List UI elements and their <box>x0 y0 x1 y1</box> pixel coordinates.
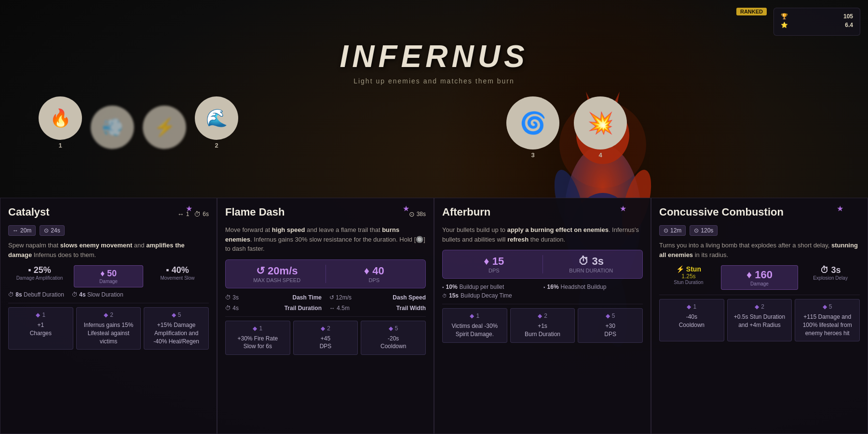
concussive-damage: ♦ 160 Damage <box>721 265 798 290</box>
flame-dash-speed: ↺ 20m/s Max Dash Speed <box>232 265 322 283</box>
ability-3-wrap: ⚡ <box>143 106 186 149</box>
afterburn-duration: ⏱ 3s Burn Duration <box>547 255 636 273</box>
flame-dash-upgrade-2[interactable]: ◆ 2 +45DPS <box>293 321 358 355</box>
concussive-main-stats: ⚡ Stun 1.25s Stun Duration ♦ 160 Damage … <box>659 265 860 290</box>
ability-5-wrap: 🌀 3 <box>506 96 559 159</box>
top-right-panel: 🏆 105 ⭐ 6.4 <box>773 8 860 36</box>
afterburn-upgrade-1[interactable]: ◆ 1 Victims deal -30% Spirit Damage. <box>442 308 507 343</box>
catalyst-upgrade-1[interactable]: ◆ 1 +1Charges <box>8 307 73 350</box>
flame-dash-upgrade-5[interactable]: ◆ 5 -20sCooldown <box>361 321 426 355</box>
afterburn-headshot: ▪ 16% Headshot Buildup <box>543 284 643 290</box>
flame-dash-title: Flame Dash <box>225 206 285 218</box>
concussive-upgrade-2-text: +0.5s Stun Duration and +4m Radius <box>732 313 788 329</box>
concussive-upgrade-1-text: -40sCooldown <box>664 313 720 329</box>
ability-6-circle[interactable]: 💥 <box>574 96 627 149</box>
concussive-star: ★ <box>837 204 843 213</box>
ability-4-num: 2 <box>215 142 218 149</box>
afterburn-header: Afterburn <box>442 206 643 222</box>
flame-dash-badge: ⊙ 38s <box>409 210 426 218</box>
ability-5-num: 3 <box>531 151 534 159</box>
flame-trail-width: ↔ 4.5m Trail Width <box>329 304 426 312</box>
catalyst-upgrade-2-text: Infernus gains 15% Lifesteal against vic… <box>81 321 137 345</box>
flame-dash-upgrade-1[interactable]: ◆ 1 +30% Fire RateSlow for 6s <box>225 321 290 355</box>
flame-dash-upgrades-row: ◆ 1 +30% Fire RateSlow for 6s ◆ 2 +45DPS… <box>225 321 426 355</box>
flame-dash-header: Flame Dash ⊙ 38s <box>225 206 426 222</box>
card-afterburn: Afterburn Your bullets build up to apply… <box>434 198 651 434</box>
catalyst-upgrades: ◆ 1 +1Charges ◆ 2 Infernus gains 15% Lif… <box>8 303 209 350</box>
catalyst-upgrades-row: ◆ 1 +1Charges ◆ 2 Infernus gains 15% Lif… <box>8 307 209 350</box>
ability-3-circle[interactable]: ⚡ <box>143 106 186 149</box>
afterburn-dps: ♦ 15 DPS <box>449 255 539 273</box>
ability-1-circle[interactable]: 🔥 <box>39 96 82 140</box>
afterburn-upgrade-5[interactable]: ◆ 5 +30DPS <box>578 308 643 343</box>
catalyst-cooldown: ⊙ 24s <box>40 225 64 236</box>
flame-dash-upgrade-1-text: +30% Fire RateSlow for 6s <box>230 335 286 351</box>
concussive-upgrade-2[interactable]: ◆ 2 +0.5s Stun Duration and +4m Radius <box>727 299 792 341</box>
flame-trail-duration: ⏱ 4s Trail Duration <box>225 304 322 312</box>
catalyst-range: ↔ 20m <box>8 225 36 236</box>
ability-4-wrap: 🌊 2 <box>195 96 238 149</box>
catalyst-stats-row: ↔ 20m ⊙ 24s <box>8 225 209 236</box>
flame-dash-star: ★ <box>403 204 409 213</box>
ability-5-circle[interactable]: 🌀 <box>506 96 559 149</box>
afterburn-upgrade-2[interactable]: ◆ 2 +1sBurn Duration <box>510 308 575 343</box>
top-right-row-1: 🏆 105 <box>781 13 853 20</box>
ability-6-num: 4 <box>598 151 602 159</box>
flame-dash-upgrade-2-text: +45DPS <box>298 335 354 351</box>
catalyst-stat-moveslow: ▪ 40% Movement Slow <box>146 265 209 287</box>
hero-name: INFERNUS <box>313 39 555 74</box>
card-flame-dash: Flame Dash ⊙ 38s Move forward at high sp… <box>217 198 434 434</box>
flame-dash-upgrade-5-text: -20sCooldown <box>365 335 421 351</box>
catalyst-upgrade-5[interactable]: ◆ 5 +15% Damage Amplification and -40% H… <box>144 307 209 350</box>
catalyst-badge-2: ⏱ 6s <box>194 210 209 218</box>
concussive-delay: ⏱ 3s Explosion Delay <box>801 265 860 290</box>
catalyst-desc: Spew napalm that slows enemy movement an… <box>8 241 209 259</box>
afterburn-title: Afterburn <box>442 206 490 218</box>
afterburn-mini-stats: ▪ 10% Buildup per bullet ▪ 16% Headshot … <box>442 284 643 299</box>
catalyst-upgrade-2[interactable]: ◆ 2 Infernus gains 15% Lifesteal against… <box>76 307 141 350</box>
concussive-upgrades: ◆ 1 -40sCooldown ◆ 2 +0.5s Stun Duration… <box>659 295 860 341</box>
concussive-upgrades-row: ◆ 1 -40sCooldown ◆ 2 +0.5s Stun Duration… <box>659 299 860 341</box>
hero-subtitle: Light up enemies and matches them burn <box>313 77 555 85</box>
ability-1-wrap: 🔥 1 <box>39 96 82 149</box>
afterburn-desc: Your bullets build up to apply a burning… <box>442 225 643 244</box>
top-right-row-2: ⭐ 6.4 <box>781 22 853 28</box>
concussive-title: Concussive Combustion <box>659 206 784 218</box>
catalyst-stat-dmg: ♦ 50 Damage <box>74 265 143 287</box>
ability-2-circle[interactable]: 💨 <box>91 106 134 149</box>
concussive-upgrade-5[interactable]: ◆ 5 +115 Damage and 100% lifesteal from … <box>795 299 860 341</box>
top-right-val-1: 105 <box>843 13 853 20</box>
afterburn-upgrade-2-text: +1sBurn Duration <box>515 322 571 339</box>
concussive-upgrade-1[interactable]: ◆ 1 -40sCooldown <box>659 299 724 341</box>
afterburn-upgrade-1-text: Victims deal -30% Spirit Damage. <box>447 322 503 339</box>
cards-container: Catalyst ↔ 1 ⏱ 6s ↔ 20m ⊙ 24s <box>0 198 868 434</box>
card-concussive: Concussive Combustion ⊙ 12m ⊙ 120s Turns… <box>651 198 868 434</box>
afterburn-star: ★ <box>620 204 626 213</box>
flame-dash-upgrades: ◆ 1 +30% Fire RateSlow for 6s ◆ 2 +45DPS… <box>225 316 426 355</box>
catalyst-star: ★ <box>186 204 192 213</box>
afterburn-buildup: ▪ 10% Buildup per bullet <box>442 284 542 290</box>
ability-6-wrap: 💥 4 <box>574 96 627 159</box>
ability-2-wrap: 💨 <box>91 106 134 149</box>
catalyst-header: Catalyst ↔ 1 ⏱ 6s <box>8 206 209 222</box>
concussive-range: ⊙ 12m <box>659 225 686 236</box>
catalyst-extra-stats: ⏱ 8s Debuff Duration ⏱ 4s Slow Duration <box>8 291 209 298</box>
title-area: INFERNUS Light up enemies and matches th… <box>313 39 555 85</box>
flame-dash-time: ⏱ 3s Dash Time <box>225 293 322 302</box>
flame-dash-detail-stats: ⏱ 3s Dash Time ↺ 12m/s Dash Speed ⏱ 4s T… <box>225 293 426 312</box>
flame-dash-speed-stat: ↺ 12m/s Dash Speed <box>329 293 426 302</box>
concussive-cooldown: ⊙ 120s <box>690 225 718 236</box>
catalyst-title: Catalyst <box>8 206 50 218</box>
concussive-stun: ⚡ Stun 1.25s Stun Duration <box>659 265 718 290</box>
ability-icons-right: 🌀 3 💥 4 <box>506 96 627 159</box>
concussive-stats-row: ⊙ 12m ⊙ 120s <box>659 225 860 236</box>
concussive-header: Concussive Combustion <box>659 206 860 222</box>
flame-dash-highlights: ↺ 20m/s Max Dash Speed ♦ 40 DPS <box>225 259 426 288</box>
afterburn-upgrades-row: ◆ 1 Victims deal -30% Spirit Damage. ◆ 2… <box>442 308 643 343</box>
top-right-val-2: 6.4 <box>845 22 853 28</box>
flame-dash-dps: ♦ 40 DPS <box>330 265 419 283</box>
afterburn-decay: ⏱ 15s Buildup Decay Time <box>442 292 542 299</box>
ability-1-num: 1 <box>58 142 62 149</box>
ability-icons-left: 🔥 1 💨 ⚡ 🌊 2 <box>39 96 238 149</box>
ability-4-circle[interactable]: 🌊 <box>195 96 238 140</box>
